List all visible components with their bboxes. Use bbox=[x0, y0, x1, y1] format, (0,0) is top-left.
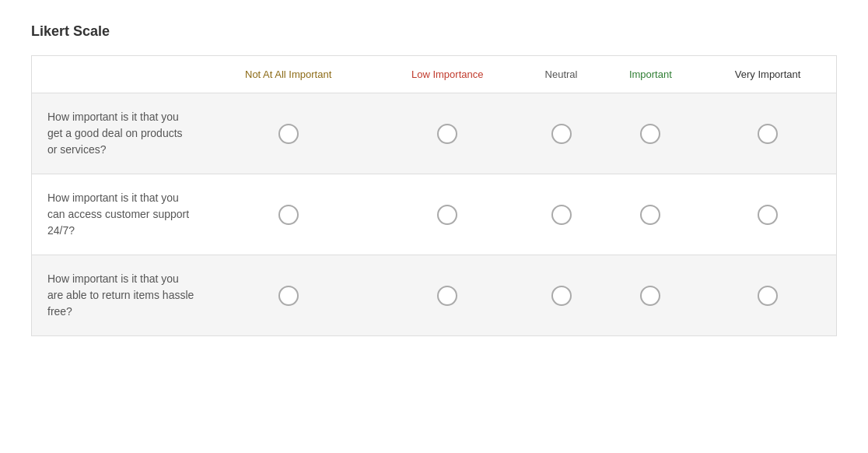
radio-cell-not_at_all[interactable] bbox=[203, 255, 374, 336]
radio-label-very_important[interactable] bbox=[707, 286, 828, 306]
radio-cell-low[interactable] bbox=[374, 174, 521, 255]
radio-circle-icon bbox=[437, 124, 457, 144]
radio-cell-neutral[interactable] bbox=[521, 174, 602, 255]
radio-cell-neutral[interactable] bbox=[521, 255, 602, 336]
page-title: Likert Scale bbox=[31, 23, 837, 40]
column-header-question bbox=[32, 56, 203, 93]
radio-label-not_at_all[interactable] bbox=[211, 124, 366, 144]
radio-label-low[interactable] bbox=[382, 124, 513, 144]
radio-cell-very_important[interactable] bbox=[699, 93, 836, 174]
radio-label-not_at_all[interactable] bbox=[211, 286, 366, 306]
radio-circle-icon bbox=[278, 124, 299, 144]
radio-cell-low[interactable] bbox=[374, 93, 521, 174]
column-header-very-important: Very Important bbox=[699, 56, 836, 93]
likert-scale-table: Not At All Important Low Importance Neut… bbox=[31, 55, 837, 336]
radio-circle-icon bbox=[437, 205, 457, 225]
column-header-not-at-all: Not At All Important bbox=[203, 56, 374, 93]
radio-cell-not_at_all[interactable] bbox=[203, 93, 374, 174]
radio-cell-neutral[interactable] bbox=[521, 93, 602, 174]
radio-label-important[interactable] bbox=[609, 124, 691, 144]
radio-circle-icon bbox=[640, 124, 660, 144]
radio-circle-icon bbox=[758, 205, 778, 225]
radio-label-low[interactable] bbox=[382, 286, 513, 306]
radio-circle-icon bbox=[551, 124, 572, 144]
radio-label-neutral[interactable] bbox=[529, 124, 594, 144]
column-header-low-importance: Low Importance bbox=[374, 56, 521, 93]
column-header-neutral: Neutral bbox=[521, 56, 602, 93]
radio-cell-very_important[interactable] bbox=[699, 255, 836, 336]
radio-circle-icon bbox=[758, 124, 778, 144]
radio-circle-icon bbox=[278, 286, 299, 306]
radio-cell-not_at_all[interactable] bbox=[203, 174, 374, 255]
question-cell: How important is it that you get a good … bbox=[32, 93, 203, 174]
radio-cell-important[interactable] bbox=[601, 174, 699, 255]
radio-label-important[interactable] bbox=[609, 286, 691, 306]
question-cell: How important is it that you can access … bbox=[32, 174, 203, 255]
radio-label-low[interactable] bbox=[382, 205, 513, 225]
radio-circle-icon bbox=[758, 286, 778, 306]
radio-label-neutral[interactable] bbox=[529, 205, 594, 225]
radio-label-neutral[interactable] bbox=[529, 286, 594, 306]
radio-circle-icon bbox=[551, 286, 572, 306]
radio-circle-icon bbox=[551, 205, 572, 225]
table-row: How important is it that you can access … bbox=[32, 174, 837, 255]
radio-cell-important[interactable] bbox=[601, 93, 699, 174]
radio-cell-important[interactable] bbox=[601, 255, 699, 336]
radio-cell-very_important[interactable] bbox=[699, 174, 836, 255]
radio-label-important[interactable] bbox=[609, 205, 691, 225]
question-cell: How important is it that you are able to… bbox=[32, 255, 203, 336]
radio-circle-icon bbox=[278, 205, 299, 225]
table-header-row: Not At All Important Low Importance Neut… bbox=[32, 56, 837, 93]
table-row: How important is it that you are able to… bbox=[32, 255, 837, 336]
radio-circle-icon bbox=[437, 286, 457, 306]
radio-circle-icon bbox=[640, 286, 660, 306]
radio-label-not_at_all[interactable] bbox=[211, 205, 366, 225]
radio-label-very_important[interactable] bbox=[707, 124, 828, 144]
radio-label-very_important[interactable] bbox=[707, 205, 828, 225]
radio-circle-icon bbox=[640, 205, 660, 225]
radio-cell-low[interactable] bbox=[374, 255, 521, 336]
table-row: How important is it that you get a good … bbox=[32, 93, 837, 174]
column-header-important: Important bbox=[601, 56, 699, 93]
